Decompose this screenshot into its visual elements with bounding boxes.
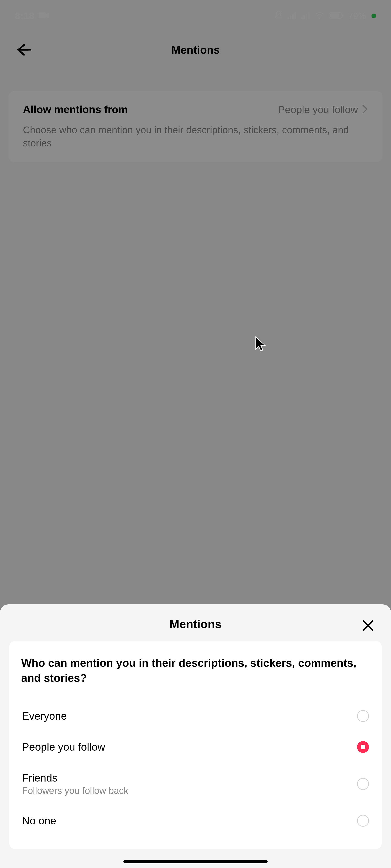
home-indicator[interactable] — [123, 860, 268, 863]
mentions-bottom-sheet: Mentions Who can mention you in their de… — [0, 604, 391, 868]
mouse-cursor-icon — [254, 336, 267, 354]
close-icon — [362, 619, 374, 632]
option-label: Everyone — [22, 710, 67, 722]
sheet-title: Mentions — [8, 617, 383, 631]
radio-unselected-icon — [357, 778, 369, 790]
option-label: People you follow — [22, 741, 105, 753]
option-label: Friends — [22, 772, 128, 784]
sheet-question: Who can mention you in their description… — [21, 655, 370, 686]
radio-selected-icon — [357, 741, 369, 753]
option-everyone[interactable]: Everyone — [21, 701, 370, 732]
option-sublabel: Followers you follow back — [22, 785, 128, 796]
option-people-you-follow[interactable]: People you follow — [21, 732, 370, 763]
option-no-one[interactable]: No one — [21, 805, 370, 836]
sheet-body: Who can mention you in their description… — [9, 641, 382, 849]
option-label: No one — [22, 815, 56, 827]
option-friends[interactable]: Friends Followers you follow back — [21, 763, 370, 805]
radio-unselected-icon — [357, 710, 369, 722]
sheet-header: Mentions — [0, 604, 391, 641]
close-button[interactable] — [360, 618, 376, 633]
radio-unselected-icon — [357, 815, 369, 827]
